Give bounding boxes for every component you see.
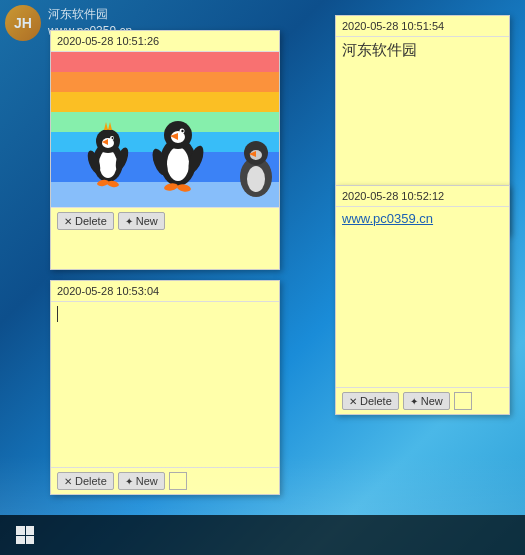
penguin-left-icon [86,117,131,192]
svg-point-18 [181,130,183,132]
new-icon-4: ✦ [125,476,133,487]
note-1-delete-label: Delete [75,215,107,227]
svg-point-1 [99,150,117,178]
note-4-footer: ✕ Delete ✦ New [51,467,279,494]
new-icon-3: ✦ [410,396,418,407]
svg-point-13 [167,147,189,181]
note-3-content-area: www.pc0359.cn [336,207,509,387]
note-1-image [51,52,279,207]
penguin-scene [51,52,279,207]
note-1-new-label: New [136,215,158,227]
note-3-color-swatch[interactable] [454,392,472,410]
note-3-delete-label: Delete [360,395,392,407]
note-3-timestamp: 2020-05-28 10:52:12 [336,186,509,207]
note-1-timestamp: 2020-05-28 10:51:26 [51,31,279,52]
delete-icon-3: ✕ [349,396,357,407]
note-4-timestamp: 2020-05-28 10:53:04 [51,281,279,302]
svg-point-24 [247,166,265,192]
note-4-delete-label: Delete [75,475,107,487]
note-3-content[interactable]: www.pc0359.cn [342,211,433,226]
sticky-note-1: 2020-05-28 10:51:26 [50,30,280,270]
svg-marker-11 [104,122,112,130]
note-4-color-swatch[interactable] [169,472,187,490]
note-2-content: 河东软件园 [342,41,417,58]
note-4-new-button[interactable]: ✦ New [118,472,165,490]
note-4-new-label: New [136,475,158,487]
delete-icon: ✕ [64,216,72,227]
note-1-footer: ✕ Delete ✦ New [51,207,279,234]
watermark-logo: JH [5,5,41,41]
note-3-new-button[interactable]: ✦ New [403,392,450,410]
sticky-note-4: 2020-05-28 10:53:04 ✕ Delete ✦ New [50,280,280,495]
note-4-delete-button[interactable]: ✕ Delete [57,472,114,490]
desktop: JH 河东软件园 www.pc0359.cn 2020-05-28 10:51:… [0,0,525,555]
new-icon: ✦ [125,216,133,227]
delete-icon-4: ✕ [64,476,72,487]
penguin-right-icon [236,127,279,207]
note-4-content-area[interactable] [51,302,279,467]
windows-logo-icon [16,526,34,544]
note-3-delete-button[interactable]: ✕ Delete [342,392,399,410]
text-cursor [57,306,58,322]
note-3-new-label: New [421,395,443,407]
note-3-footer: ✕ Delete ✦ New [336,387,509,414]
taskbar [0,515,525,555]
windows-start-button[interactable] [0,515,50,555]
note-1-new-button[interactable]: ✦ New [118,212,165,230]
penguin-center-icon [151,107,206,197]
note-2-timestamp: 2020-05-28 10:51:54 [336,16,509,37]
watermark-line1: 河东软件园 [48,7,108,21]
note-1-delete-button[interactable]: ✕ Delete [57,212,114,230]
svg-point-6 [112,137,114,139]
sticky-note-3: 2020-05-28 10:52:12 www.pc0359.cn ✕ Dele… [335,185,510,415]
